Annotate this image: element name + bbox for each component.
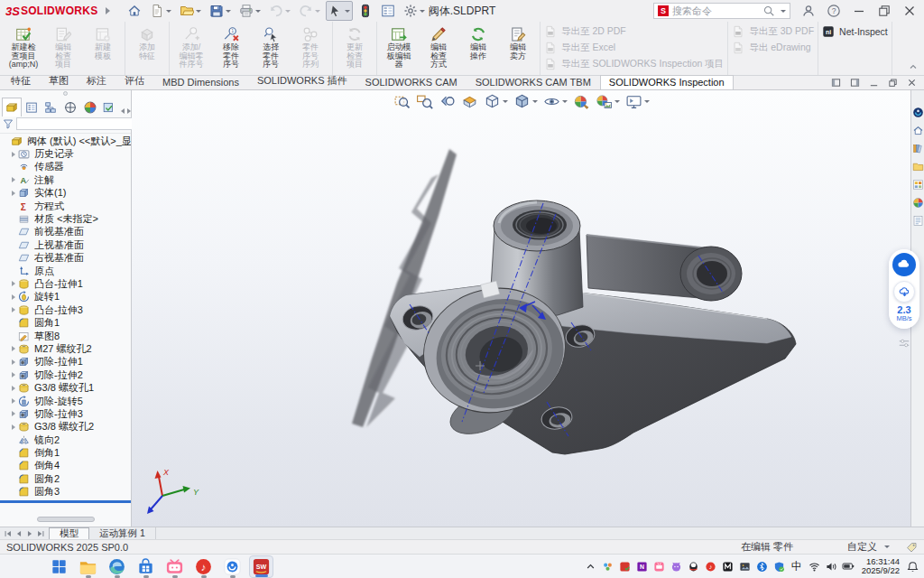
tree-item[interactable]: 切除-拉伸3 <box>0 407 131 420</box>
expand-arrow-icon[interactable] <box>12 191 15 196</box>
panel-grip[interactable] <box>0 90 131 97</box>
ribbon-button[interactable]: 编辑 检查 项目 <box>43 23 83 70</box>
hide-show-button[interactable] <box>542 92 568 111</box>
tree-item[interactable]: 材质 <未指定> <box>0 212 131 225</box>
account-button[interactable] <box>801 4 816 18</box>
tray-chevron-up-button[interactable] <box>584 560 597 573</box>
tab-solidworks-cam-tbm[interactable]: SOLIDWORKS CAM TBM <box>467 75 600 89</box>
tree-item[interactable]: 倒角1 <box>0 446 131 459</box>
pane-left-button[interactable] <box>831 78 841 88</box>
tray-pinktv-button[interactable] <box>652 560 666 573</box>
win-minimize-button[interactable] <box>869 78 879 88</box>
expand-arrow-icon[interactable] <box>12 177 15 182</box>
ribbon-button[interactable]: 编辑 卖方 <box>498 23 538 61</box>
model-tab-1[interactable]: 模型 <box>49 527 89 539</box>
ribbon-button[interactable]: 导出 eDrawing <box>732 42 810 54</box>
tree-item[interactable]: 上视基准面 <box>0 238 131 251</box>
edit-appearance-button[interactable] <box>572 92 591 111</box>
tree-item[interactable]: 圆角3 <box>0 486 131 499</box>
home-button[interactable] <box>125 1 144 21</box>
ribbon-button[interactable]: 编辑 操作 <box>458 23 498 61</box>
ribbon-button[interactable]: 导出至 3D PDF <box>732 25 814 38</box>
taskbar-netdisk-button[interactable] <box>220 555 245 578</box>
first-tab-button[interactable] <box>4 529 13 538</box>
tree-item[interactable]: 凸台-拉伸3 <box>0 303 131 316</box>
ribbon-button[interactable]: 零件 序号 序列 <box>291 23 330 70</box>
view-orientation-button[interactable] <box>483 92 509 111</box>
3d-model-valve-body[interactable] <box>316 122 821 483</box>
zoom-area-button[interactable] <box>415 92 434 111</box>
tree-item[interactable]: M27 螺纹孔2 <box>0 342 131 355</box>
search-magnifier-icon[interactable] <box>762 5 775 17</box>
tray-colorful-button[interactable] <box>601 560 614 573</box>
task-pane-resources-home-tab[interactable] <box>912 125 924 136</box>
app-restore-button[interactable] <box>877 4 892 18</box>
tree-item[interactable]: A注解 <box>0 173 131 186</box>
select-cursor-button[interactable] <box>326 1 353 21</box>
view-settings-button[interactable] <box>624 92 651 111</box>
tab-mbd-dimensions[interactable]: MBD Dimensions <box>153 75 248 89</box>
new-document-button[interactable] <box>147 1 174 21</box>
tray-battery-button[interactable] <box>842 560 855 573</box>
tag-icon[interactable] <box>906 542 917 553</box>
tray-redcheck-button[interactable] <box>618 560 632 573</box>
ribbon-button[interactable]: 导出至 2D PDF <box>544 25 626 38</box>
app-close-button[interactable] <box>902 4 917 18</box>
undo-button[interactable] <box>266 1 293 21</box>
tab-solidworks-插件[interactable]: SOLIDWORKS 插件 <box>248 72 356 89</box>
tree-item[interactable]: 切除-拉伸1 <box>0 356 131 368</box>
panel-tab-featuremanager[interactable] <box>2 98 22 117</box>
win-close-button[interactable] <box>907 78 917 88</box>
download-speed-button[interactable] <box>893 281 915 303</box>
ribbon-button[interactable]: 导出至 Excel <box>544 42 615 54</box>
ribbon-button[interactable]: 导出至 SOLIDWORKS Inspection 项目 <box>544 58 724 70</box>
taskbar-netease-music-button[interactable]: ♪ <box>191 555 216 578</box>
tray-cat-button[interactable] <box>670 560 683 573</box>
app-minimize-button[interactable] <box>852 4 866 18</box>
section-view-button[interactable] <box>460 92 479 111</box>
taskbar-store-button[interactable] <box>134 555 158 578</box>
tree-item[interactable]: 圆角2 <box>0 472 131 485</box>
tab-评估[interactable]: 评估 <box>116 72 153 89</box>
expand-arrow-icon[interactable] <box>12 294 15 300</box>
panel-tab-displaymanager[interactable] <box>80 98 100 117</box>
tray-bell-button[interactable] <box>906 560 919 573</box>
tab-特征[interactable]: 特征 <box>2 72 40 89</box>
search-input[interactable]: S 搜索命令 <box>653 3 790 19</box>
panel-tab-propertymanager[interactable] <box>22 98 42 117</box>
cloud-app-logo-icon[interactable] <box>892 253 916 276</box>
tree-item[interactable]: 凸台-拉伸1 <box>0 277 131 290</box>
expand-arrow-icon[interactable] <box>12 424 15 430</box>
prev-tab-button[interactable] <box>14 529 23 538</box>
tree-item[interactable]: 原点 <box>0 265 131 277</box>
widget-settings-icon[interactable] <box>898 337 910 350</box>
tray-nwave-button[interactable] <box>721 560 735 573</box>
tree-filter-input[interactable] <box>16 117 141 130</box>
model-tab-2[interactable]: 运动算例 1 <box>89 527 156 539</box>
last-tab-button[interactable] <box>36 529 45 538</box>
custom-dropdown-caret[interactable] <box>884 545 890 548</box>
search-dropdown-caret[interactable] <box>781 10 786 13</box>
tray-photo-button[interactable] <box>738 560 752 573</box>
redo-button[interactable] <box>296 1 323 21</box>
taskbar-bilibili-button[interactable] <box>162 555 187 578</box>
ribbon-button[interactable]: 新建检 查项目 (amp;N) <box>4 23 43 70</box>
tray-bluetooth-button[interactable] <box>755 560 769 573</box>
zoom-fit-button[interactable] <box>393 92 411 111</box>
task-pane-custom-properties-tab[interactable] <box>912 215 924 227</box>
expand-arrow-icon[interactable] <box>12 386 15 391</box>
options-button[interactable] <box>378 1 398 21</box>
ribbon-button[interactable]: 启动模 板编辑 器 <box>379 23 419 70</box>
tree-item[interactable]: 倒角4 <box>0 460 131 472</box>
next-tab-button[interactable] <box>25 529 34 538</box>
float-widget-pill[interactable]: 2.3 MB/s <box>889 249 919 329</box>
panel-tab-inspection-tab[interactable] <box>99 98 119 117</box>
ribbon-button[interactable]: niNet-Inspect <box>822 25 888 38</box>
ribbon-button[interactable]: 选择 零件 序号 <box>251 23 291 70</box>
ribbon-button[interactable]: 更新 检查 项目 <box>335 23 374 70</box>
menu-expand-icon[interactable] <box>106 7 110 14</box>
win-restore-button[interactable] <box>888 78 898 88</box>
tab-solidworks-cam[interactable]: SOLIDWORKS CAM <box>356 75 467 89</box>
tree-item[interactable]: 草图8 <box>0 330 131 342</box>
tree-item[interactable]: G3/8 螺纹孔2 <box>0 421 131 434</box>
